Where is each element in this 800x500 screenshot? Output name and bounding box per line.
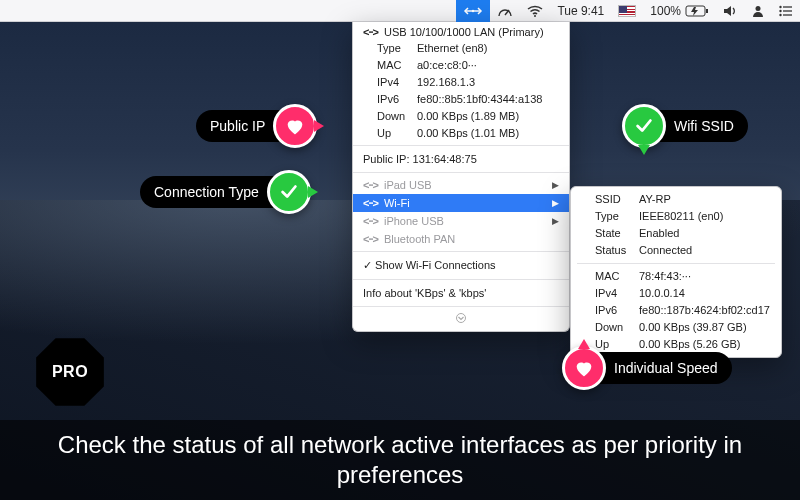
input-flag[interactable] <box>611 0 643 22</box>
battery-icon <box>685 5 709 17</box>
callout-wifi-ssid: Wifi SSID <box>622 108 748 144</box>
speed-icon[interactable] <box>490 0 520 22</box>
interface-bluetooth-pan[interactable]: <··>Bluetooth PAN <box>353 230 569 248</box>
public-ip-row: Public IP: 131:64:48:75 <box>353 149 569 169</box>
flag-us-icon <box>618 5 636 17</box>
menubar-app-icon[interactable] <box>456 0 490 22</box>
notification-icon[interactable] <box>772 0 800 22</box>
check-icon <box>622 104 666 148</box>
wifi-submenu: SSIDAY-RP TypeIEEE80211 (en0) StateEnabl… <box>570 186 782 358</box>
svg-point-0 <box>472 9 474 11</box>
menubar: Tue 9:41 100% <box>0 0 800 22</box>
interface-iphone-usb[interactable]: <··>iPhone USB▶ <box>353 212 569 230</box>
clock[interactable]: Tue 9:41 <box>550 0 611 22</box>
chevron-down-icon[interactable] <box>353 310 569 331</box>
caption-text: Check the status of all network active i… <box>0 420 800 500</box>
network-dropdown: <··> USB 10/100/1000 LAN (Primary) TypeE… <box>352 22 570 332</box>
callout-connection-type: Connection Type <box>140 174 311 210</box>
heart-icon <box>562 346 606 390</box>
check-icon <box>267 170 311 214</box>
wifi-icon[interactable] <box>520 0 550 22</box>
svg-point-11 <box>779 13 781 15</box>
svg-point-10 <box>779 9 781 11</box>
callout-label: Individual Speed <box>584 352 732 384</box>
info-kbps[interactable]: Info about 'KBps' & 'kbps' <box>353 283 569 303</box>
callout-individual-speed: Individual Speed <box>562 350 732 386</box>
svg-rect-4 <box>706 9 708 13</box>
battery-status[interactable]: 100% <box>643 0 716 22</box>
heart-icon <box>273 104 317 148</box>
volume-icon[interactable] <box>716 0 744 22</box>
interface-ipad-usb[interactable]: <··>iPad USB▶ <box>353 176 569 194</box>
show-wifi-toggle[interactable]: ✓ Show Wi-Fi Connections <box>353 255 569 276</box>
svg-point-9 <box>779 5 781 7</box>
primary-interface-title: <··> USB 10/100/1000 LAN (Primary) <box>353 22 569 40</box>
ethernet-icon: <··> <box>363 26 378 38</box>
interface-wifi[interactable]: <··>Wi-Fi▶ <box>353 194 569 212</box>
app-screenshot: Tue 9:41 100% <··> USB 10/100/1000 LAN (… <box>0 0 800 500</box>
user-icon[interactable] <box>744 0 772 22</box>
primary-details: TypeEthernet (en8) MACa0:ce:c8:0··· IPv4… <box>353 40 569 142</box>
svg-point-12 <box>457 314 466 323</box>
svg-point-2 <box>534 15 536 17</box>
callout-public-ip: Public IP <box>196 108 317 144</box>
svg-point-5 <box>756 6 761 11</box>
